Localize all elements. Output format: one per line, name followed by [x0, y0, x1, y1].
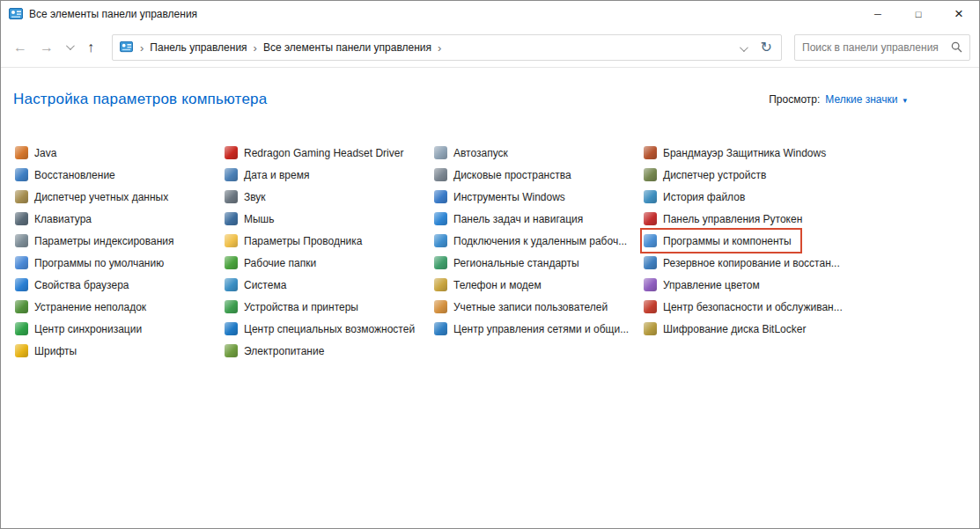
control-panel-item[interactable]: Центр специальных возможностей: [223, 318, 424, 340]
control-panel-item[interactable]: Redragon Gaming Headset Driver: [223, 142, 412, 164]
breadcrumb-separator-icon: ›: [438, 41, 441, 54]
internet-options-icon: [15, 278, 28, 291]
items-column: АвтозапускДисковые пространстваИнструмен…: [432, 142, 642, 340]
control-panel-item[interactable]: Диспетчер устройств: [642, 164, 775, 186]
system-icon: [225, 278, 238, 291]
keyboard-icon: [15, 212, 28, 225]
control-panel-item[interactable]: Программы по умолчанию: [13, 252, 173, 274]
control-panel-item[interactable]: Центр безопасности и обслуживан...: [642, 296, 851, 318]
redragon-driver-icon: [225, 146, 238, 159]
control-panel-item[interactable]: Автозапуск: [432, 142, 517, 164]
items-grid: JavaВосстановлениеДиспетчер учетных данн…: [13, 142, 967, 362]
items-column: Брандмауэр Защитника WindowsДиспетчер ус…: [642, 142, 851, 340]
control-panel-item-label: Центр безопасности и обслуживан...: [663, 301, 843, 313]
control-panel-item[interactable]: Звук: [223, 186, 275, 208]
control-panel-item[interactable]: Инструменты Windows: [432, 186, 574, 208]
chevron-down-icon: ▾: [903, 94, 907, 105]
control-panel-item[interactable]: Устранение неполадок: [13, 296, 155, 318]
control-panel-item-label: Дата и время: [244, 169, 309, 181]
autoplay-icon: [434, 146, 447, 159]
control-panel-item-label: Мышь: [244, 213, 275, 225]
control-panel-item-label: Панель управления Рутокен: [663, 213, 802, 225]
control-panel-item-label: Диспетчер устройств: [663, 169, 766, 181]
network-sharing-icon: [434, 322, 447, 335]
control-panel-item[interactable]: Управление цветом: [642, 274, 769, 296]
firewall-icon: [644, 146, 657, 159]
indexing-options-icon: [15, 234, 28, 247]
breadcrumb-all-items[interactable]: Все элементы панели управления: [263, 41, 431, 54]
content-area: Настройка параметров компьютера Просмотр…: [1, 68, 979, 528]
close-button[interactable]: ×: [939, 1, 979, 27]
credential-manager-icon: [15, 190, 28, 203]
control-panel-item[interactable]: Устройства и принтеры: [223, 296, 367, 318]
forward-button[interactable]: →: [34, 34, 59, 61]
control-panel-item[interactable]: Программы и компоненты: [642, 230, 800, 252]
control-panel-item[interactable]: Панель задач и навигация: [432, 208, 592, 230]
header-row: Настройка параметров компьютера Просмотр…: [13, 91, 967, 108]
search-input[interactable]: [802, 41, 946, 54]
programs-features-icon: [644, 234, 657, 247]
control-panel-item[interactable]: Брандмауэр Защитника Windows: [642, 142, 835, 164]
control-panel-item-label: Брандмауэр Защитника Windows: [663, 147, 826, 159]
control-panel-item[interactable]: Мышь: [223, 208, 284, 230]
mouse-icon: [225, 212, 238, 225]
search-icon[interactable]: [951, 41, 962, 53]
control-panel-item[interactable]: Шифрование диска BitLocker: [642, 318, 814, 340]
control-panel-item[interactable]: Панель управления Рутокен: [642, 208, 811, 230]
control-panel-item-label: Центр специальных возможностей: [244, 323, 415, 335]
control-panel-item-label: Учетные записи пользователей: [453, 301, 608, 313]
navigation-toolbar: ← → ↑ › Панель управления › Все элементы…: [1, 27, 979, 68]
control-panel-item[interactable]: Восстановление: [13, 164, 124, 186]
control-panel-item[interactable]: Клавиатура: [13, 208, 100, 230]
control-panel-item-label: Свойства браузера: [34, 279, 129, 291]
file-history-icon: [644, 190, 657, 203]
control-panel-item[interactable]: Региональные стандарты: [432, 252, 588, 274]
control-panel-item-label: Управление цветом: [663, 279, 760, 291]
page-title: Настройка параметров компьютера: [13, 91, 267, 108]
fonts-icon: [15, 344, 28, 357]
control-panel-item[interactable]: Диспетчер учетных данных: [13, 186, 177, 208]
view-value[interactable]: Мелкие значки: [825, 93, 897, 106]
control-panel-item-label: Резервное копирование и восстан...: [663, 257, 840, 269]
control-panel-item[interactable]: Параметры индексирования: [13, 230, 182, 252]
control-panel-item[interactable]: Телефон и модем: [432, 274, 550, 296]
control-panel-item-label: Клавиатура: [34, 213, 92, 225]
control-panel-item[interactable]: Центр синхронизации: [13, 318, 151, 340]
control-panel-item[interactable]: Рабочие папки: [223, 252, 325, 274]
control-panel-item-label: Инструменты Windows: [453, 191, 565, 203]
control-panel-item[interactable]: Электропитание: [223, 340, 333, 362]
control-panel-item-label: Региональные стандарты: [453, 257, 579, 269]
control-panel-item-label: Центр управления сетями и общи...: [453, 323, 629, 335]
control-panel-item[interactable]: Центр управления сетями и общи...: [432, 318, 637, 340]
control-panel-item-label: Панель задач и навигация: [453, 213, 583, 225]
control-panel-item-label: Восстановление: [34, 169, 115, 181]
search-box: [794, 34, 970, 61]
control-panel-item[interactable]: Система: [223, 274, 295, 296]
control-panel-item[interactable]: Шрифты: [13, 340, 85, 362]
maximize-button[interactable]: □: [898, 1, 939, 27]
items-column: Redragon Gaming Headset DriverДата и вре…: [223, 142, 432, 362]
control-panel-item[interactable]: Учетные записи пользователей: [432, 296, 616, 318]
window-title: Все элементы панели управления: [29, 8, 197, 20]
control-panel-item[interactable]: Свойства браузера: [13, 274, 138, 296]
control-panel-item[interactable]: Подключения к удаленным рабоч...: [432, 230, 636, 252]
control-panel-item[interactable]: Java: [13, 142, 65, 164]
back-button[interactable]: ←: [8, 34, 33, 61]
phone-modem-icon: [434, 278, 447, 291]
recent-pages-dropdown[interactable]: [61, 44, 77, 50]
refresh-button[interactable]: ↻: [752, 39, 774, 55]
view-selector[interactable]: Просмотр: Мелкие значки ▾: [769, 93, 907, 106]
bitlocker-icon: [644, 322, 657, 335]
control-panel-item[interactable]: Параметры Проводника: [223, 230, 371, 252]
control-panel-item[interactable]: Дата и время: [223, 164, 318, 186]
up-button[interactable]: ↑: [78, 34, 103, 61]
control-panel-item[interactable]: Дисковые пространства: [432, 164, 580, 186]
device-manager-icon: [644, 168, 657, 181]
address-dropdown[interactable]: [740, 40, 746, 55]
control-panel-item[interactable]: Резервное копирование и восстан...: [642, 252, 849, 274]
address-bar[interactable]: › Панель управления › Все элементы панел…: [112, 34, 782, 61]
control-panel-item-label: Параметры Проводника: [244, 235, 362, 247]
minimize-button[interactable]: ─: [858, 1, 898, 27]
control-panel-item[interactable]: История файлов: [642, 186, 754, 208]
breadcrumb-control-panel[interactable]: Панель управления: [150, 41, 247, 54]
